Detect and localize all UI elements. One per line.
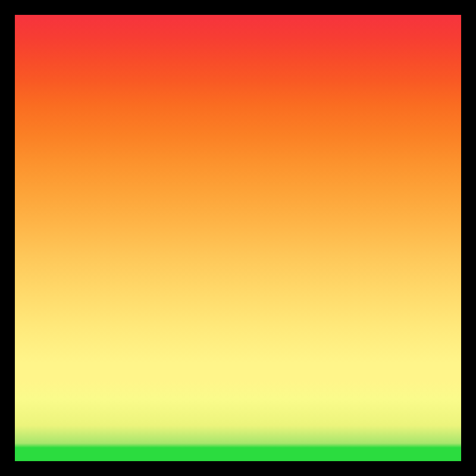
plot-gradient-area — [15, 15, 461, 461]
